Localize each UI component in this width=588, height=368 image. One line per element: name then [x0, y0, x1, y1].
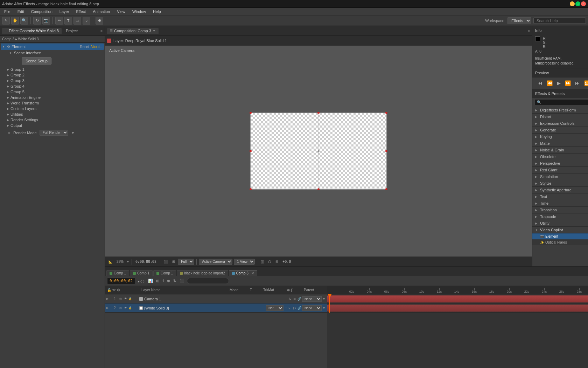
minimize-button[interactable]: –: [570, 1, 575, 6]
vc-timecode[interactable]: 0;00;00;02: [134, 259, 158, 264]
vc-view-select[interactable]: 1 View: [234, 259, 255, 265]
preview-skip-end[interactable]: ⏭: [574, 80, 581, 87]
tool-select[interactable]: ↖: [2, 17, 10, 25]
cat-perspective[interactable]: ▶Perspective: [532, 160, 588, 167]
tool-text[interactable]: T: [64, 17, 72, 25]
timeline-tab-comp3[interactable]: Comp 3 ✕: [229, 270, 257, 276]
tab-effect-controls[interactable]: ☰ Effect Controls: White Solid 3: [2, 28, 62, 34]
effects-search-input[interactable]: [534, 99, 588, 105]
cat-utility[interactable]: ▶Utility: [532, 220, 588, 227]
vc-guide-icon[interactable]: ⊞: [274, 259, 280, 264]
timeline-tab-comp1-a[interactable]: Comp 1: [106, 270, 129, 276]
workspace-selector[interactable]: Effects: [507, 17, 531, 24]
tl-btn-modes[interactable]: ⊞: [155, 278, 160, 284]
cat-time[interactable]: ▶Time: [532, 200, 588, 207]
handle-top-left[interactable]: [250, 112, 252, 114]
vc-camera-select[interactable]: Active Camera: [199, 259, 232, 265]
playhead[interactable]: [329, 294, 330, 313]
tool-puppet[interactable]: ⊕: [96, 17, 103, 25]
tool-rotate[interactable]: ↻: [33, 17, 41, 25]
cat-generate[interactable]: ▶Generate: [532, 127, 588, 134]
panel-menu-icon[interactable]: ≡: [100, 29, 103, 33]
tool-shape-ellipse[interactable]: ○: [83, 17, 90, 25]
group-4-item[interactable]: ▶ Group 4: [6, 83, 104, 89]
menu-edit[interactable]: Edit: [16, 9, 26, 14]
cat-synthetic[interactable]: ▶Synthetic Aperture: [532, 187, 588, 193]
handle-mid-left[interactable]: [250, 150, 252, 152]
camera-lock-icon[interactable]: 🔒: [128, 297, 132, 301]
vc-snap-icon[interactable]: ◫: [259, 259, 265, 264]
vc-3d-icon[interactable]: ⬡: [267, 259, 273, 264]
preview-step-back[interactable]: ⏪: [545, 80, 554, 87]
solid-parent-select[interactable]: None: [302, 305, 322, 311]
timeline-tab-comp1-c[interactable]: Comp 1: [153, 270, 176, 276]
cat-expression[interactable]: ▶Expression Controls: [532, 120, 588, 127]
tool-zoom[interactable]: 🔍: [20, 17, 28, 25]
group-3-item[interactable]: ▶ Group 3: [6, 78, 104, 83]
timeline-tab-blackhole[interactable]: black hole logo ae import2: [177, 270, 228, 276]
camera-parent-link[interactable]: 🔗: [298, 297, 301, 301]
solid-mode-select[interactable]: Nor...: [266, 305, 284, 311]
comp-tab-dropdown[interactable]: ▼: [153, 29, 156, 33]
solid-lock-icon[interactable]: 🔒: [128, 306, 132, 310]
preview-loop[interactable]: 🔁: [583, 80, 588, 87]
tl-btn-graph[interactable]: 📊: [147, 278, 154, 284]
handle-top-right[interactable]: [385, 112, 387, 114]
preview-step-forward[interactable]: ⏩: [564, 80, 572, 87]
cat-noise[interactable]: ▶Noise & Grain: [532, 147, 588, 154]
maximize-button[interactable]: □: [575, 1, 580, 6]
search-input[interactable]: [533, 18, 586, 24]
comp-tab-active[interactable]: ☰ Composition: Comp 3 ▼: [107, 28, 159, 34]
scene-interface-header[interactable]: ▼ Scene Interface: [8, 50, 104, 56]
tool-pen[interactable]: ✏: [55, 17, 63, 25]
sub-element[interactable]: 🎬 Element: [532, 233, 588, 239]
close-button[interactable]: ✕: [581, 1, 586, 6]
menu-file[interactable]: File: [3, 9, 12, 14]
camera-parent-select[interactable]: None: [302, 296, 322, 302]
tool-camera[interactable]: 📷: [42, 17, 50, 25]
vc-zoom-arrow[interactable]: ▼: [126, 260, 130, 264]
menu-layer[interactable]: Layer: [58, 9, 71, 14]
element-effect-header[interactable]: ▼ ⚙ Element Reset About...: [1, 43, 104, 50]
world-transform-item[interactable]: ▶ World Transform: [6, 100, 104, 106]
vc-grid-icon[interactable]: ⊞: [171, 259, 176, 264]
cat-text[interactable]: ▶Text: [532, 193, 588, 200]
handle-bottom-right[interactable]: [385, 188, 387, 190]
vc-exposure-value[interactable]: +0.0: [281, 259, 292, 264]
tab-project[interactable]: Project: [63, 28, 80, 34]
camera-vis-icon[interactable]: 👁: [123, 297, 127, 301]
cat-distort[interactable]: ▶Distort: [532, 114, 588, 120]
timeline-timecode[interactable]: 0;00;00;02: [107, 278, 135, 284]
layer-row-camera[interactable]: ▶ 1 ◎ 👁 🔒 Camera 1 ↳. ⊕: [105, 294, 327, 304]
tool-hand[interactable]: ✋: [11, 17, 19, 25]
animation-engine-item[interactable]: ▶ Animation Engine: [6, 95, 104, 100]
layer-row-white-solid[interactable]: ▶ 2 ◎ 👁 🔒 [White Solid 3] Nor...: [105, 304, 327, 313]
tl-btn-loop[interactable]: ↻: [172, 278, 177, 284]
cat-trapcode[interactable]: ▶Trapcode: [532, 213, 588, 220]
composition-viewer-canvas[interactable]: Active Camera: [105, 46, 532, 257]
handle-bottom-left[interactable]: [250, 188, 252, 190]
timeline-search-input[interactable]: [187, 278, 229, 284]
vc-quality-select[interactable]: Full: [178, 259, 194, 265]
group-1-item[interactable]: ▶ Group 1: [6, 67, 104, 72]
custom-layers-item[interactable]: ▶ Custom Layers: [6, 106, 104, 111]
scene-setup-button[interactable]: Scene Setup: [22, 57, 51, 64]
output-item[interactable]: ▶ Output: [6, 123, 104, 128]
solid-parent-link[interactable]: 🔗: [298, 306, 301, 310]
menu-effect[interactable]: Effect: [75, 9, 87, 14]
tl-btn-render[interactable]: ⬛: [178, 278, 186, 284]
tab-comp3-close[interactable]: ✕: [251, 271, 254, 275]
solid-solo-icon[interactable]: ◎: [118, 306, 122, 310]
cat-videocopilot[interactable]: ▼Video Copilot: [532, 227, 588, 233]
cat-obsolete[interactable]: ▶Obsolete: [532, 154, 588, 160]
menu-composition[interactable]: Composition: [30, 9, 54, 14]
element-about-btn[interactable]: About...: [91, 45, 103, 49]
solid-vis-icon[interactable]: 👁: [123, 306, 127, 310]
cat-simulation[interactable]: ▶Simulation: [532, 173, 588, 180]
tl-btn-info[interactable]: ℹ: [161, 278, 165, 284]
preview-play[interactable]: ▶: [555, 80, 562, 87]
cat-transition[interactable]: ▶Transition: [532, 207, 588, 213]
vc-region-icon[interactable]: ⬛: [162, 259, 169, 264]
handle-mid-right[interactable]: [385, 150, 387, 152]
element-reset-btn[interactable]: Reset: [80, 45, 89, 49]
